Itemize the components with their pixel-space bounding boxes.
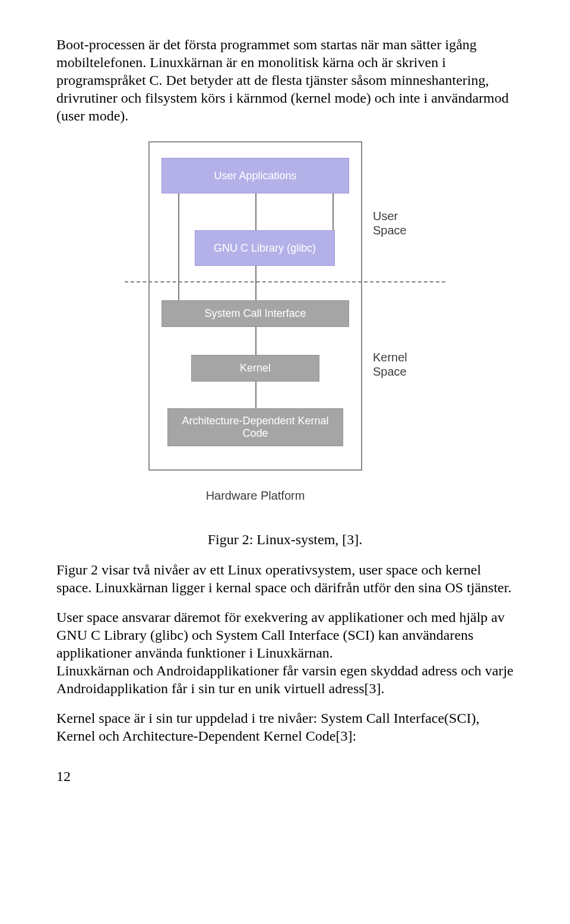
connector-line (255, 382, 256, 408)
block-glibc: GNU C Library (glibc) (195, 230, 335, 266)
connector-line (255, 193, 256, 230)
document-page: Boot-processen är det första programmet … (0, 0, 570, 808)
block-label: Kernel (240, 362, 271, 374)
label-line2: Space (373, 365, 407, 378)
diagram-canvas: User Applications GNU C Library (glibc) … (125, 141, 445, 521)
user-kernel-divider (125, 281, 445, 282)
label-line1: User (373, 209, 398, 223)
block-user-applications: User Applications (162, 158, 349, 193)
paragraph-2: Figur 2 visar två nivåer av ett Linux op… (56, 561, 514, 596)
block-label: System Call Interface (204, 307, 306, 320)
connector-line (255, 327, 256, 355)
figure-2-container: User Applications GNU C Library (glibc) … (56, 141, 514, 521)
connector-line (178, 193, 179, 300)
block-arch-dependent-code: Architecture-Dependent Kernal Code (167, 408, 343, 446)
figure-2: User Applications GNU C Library (glibc) … (125, 141, 445, 521)
connector-line (332, 193, 334, 230)
label-line2: Space (373, 224, 407, 237)
paragraph-5: Kernel space är i sin tur uppdelad i tre… (56, 709, 514, 745)
block-label: User Applications (214, 170, 296, 182)
block-label: GNU C Library (glibc) (214, 242, 316, 255)
user-space-label: User Space (373, 209, 407, 237)
hardware-platform-label: Hardware Platform (148, 489, 362, 503)
connector-line (255, 266, 256, 300)
block-label: Architecture-Dependent Kernal Code (182, 415, 328, 439)
figure-caption: Figur 2: Linux-system, [3]. (56, 532, 514, 548)
kernel-space-label: Kernel Space (373, 350, 407, 379)
paragraph-3: User space ansvarar däremot för exekveri… (56, 608, 514, 662)
label-line1: Kernel (373, 351, 407, 364)
paragraph-4: Linuxkärnan och Androidapplikationer får… (56, 662, 514, 697)
block-system-call-interface: System Call Interface (162, 300, 349, 327)
paragraph-1: Boot-processen är det första programmet … (56, 36, 514, 125)
block-label-line2: Code (242, 427, 268, 439)
block-kernel: Kernel (191, 355, 319, 382)
page-number: 12 (56, 769, 514, 785)
block-label-line1: Architecture-Dependent Kernal (182, 415, 328, 427)
